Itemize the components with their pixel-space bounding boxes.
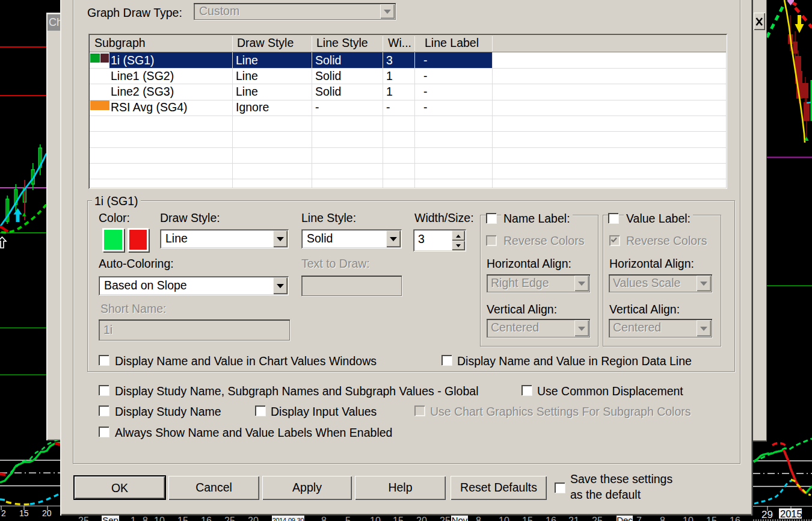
svg-text:29: 29 — [761, 509, 773, 520]
svg-text:20: 20 — [42, 508, 52, 518]
svg-text:15: 15 — [19, 508, 29, 518]
svg-text:2015: 2015 — [780, 508, 802, 519]
svg-text:2: 2 — [1, 508, 6, 518]
